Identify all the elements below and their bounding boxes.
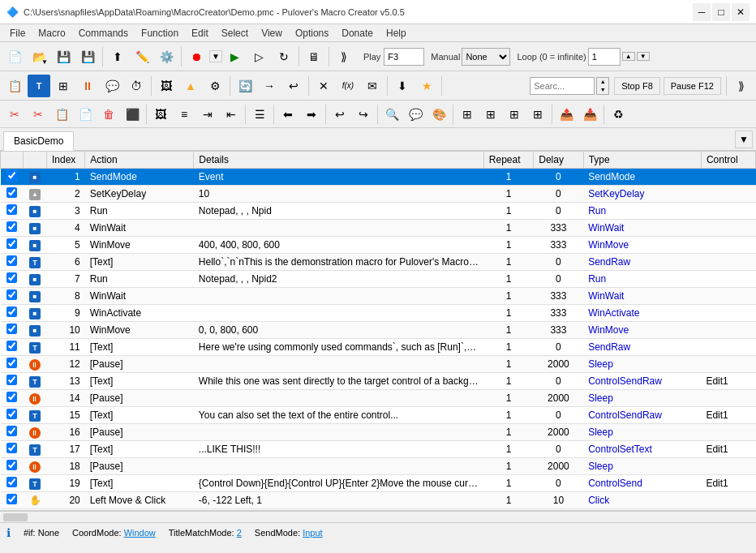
tb3-image2[interactable]: 🖼 [149,103,172,126]
row-checkbox[interactable] [6,392,17,402]
tb2-function-button[interactable]: f(x) [337,75,359,97]
table-row[interactable]: T17[Text]...LIKE THIS!!!10ControlSetText… [1,441,756,458]
row-checkbox[interactable] [6,170,17,181]
tb2-T-button[interactable]: T [28,75,50,97]
table-container[interactable]: Index Action Details Repeat Delay Type C… [0,151,756,511]
row-checkbox[interactable] [6,443,17,453]
table-row[interactable]: ■4WinWait1333WinWait [1,220,756,237]
tb3-export[interactable]: 📤 [555,103,578,126]
tb2-timer-button[interactable]: ⏱ [125,75,148,97]
tb3-copy[interactable]: 📋 [50,103,73,126]
tab-arrow[interactable]: ▼ [735,131,753,148]
coord-mode-value[interactable]: Window [124,528,156,538]
tb2-grid-button[interactable]: ⊞ [52,75,75,97]
screen-capture-button[interactable]: 🖥 [303,45,325,68]
tb3-gallery1[interactable]: ⊞ [456,103,479,126]
minimize-button[interactable]: ─ [693,3,711,21]
record-dropdown[interactable]: ▼ [209,50,222,62]
send-mode-value[interactable]: Input [303,528,322,538]
tb3-recycle[interactable]: ♻ [607,103,629,126]
tb3-import[interactable]: 📥 [578,103,601,126]
record-button[interactable]: ⏺ [185,45,208,68]
th-repeat[interactable]: Repeat [483,152,533,169]
row-checkbox[interactable] [6,375,17,385]
new-button[interactable]: 📄 [3,45,26,68]
th-delay[interactable]: Delay [534,152,583,169]
row-checkbox[interactable] [6,460,17,470]
tb2-image-button[interactable]: 🖼 [155,75,178,97]
tb2-x-button[interactable]: ✕ [312,75,335,97]
table-row[interactable]: T19[Text]{Control Down}{End}{Control UP}… [1,475,756,492]
tb3-redo[interactable]: ↪ [352,103,375,126]
row-checkbox[interactable] [6,187,17,198]
row-checkbox[interactable] [6,358,17,368]
table-row[interactable]: ■8WinWait1333WinWait [1,288,756,305]
tb3-align-left[interactable]: ⬅ [277,103,299,126]
tb3-align[interactable]: ≡ [173,103,195,126]
tb3-list[interactable]: ☰ [248,103,271,126]
menu-select[interactable]: Select [215,26,255,41]
row-checkbox[interactable] [6,324,17,334]
row-checkbox[interactable] [6,221,17,232]
tb2-gear-button[interactable]: ⚙ [204,75,226,97]
menu-macro[interactable]: Macro [32,26,71,41]
menu-edit[interactable]: Edit [185,26,215,41]
tb3-indent[interactable]: ⇥ [196,103,219,126]
row-checkbox[interactable] [6,409,17,419]
horizontal-scrollbar[interactable] [0,511,756,522]
expand2-button[interactable]: ⟫ [730,75,753,97]
th-type[interactable]: Type [583,152,701,169]
save-as-button[interactable]: 💾 [76,45,99,68]
tb2-download-button[interactable]: ⬇ [391,75,414,97]
expand-button[interactable]: ⟫ [333,45,355,68]
play-hotkey-input[interactable] [384,48,424,66]
table-row[interactable]: T11[Text]Here we're using commonly used … [1,339,756,356]
tb3-color[interactable]: 🎨 [427,103,450,126]
tb3-gallery2[interactable]: ⊞ [479,103,502,126]
manual-select[interactable]: None [462,48,510,66]
menu-file[interactable]: File [3,26,32,41]
menu-function[interactable]: Function [135,26,185,41]
tb3-gallery4[interactable]: ⊞ [526,103,549,126]
th-control[interactable]: Control [701,152,755,169]
menu-help[interactable]: Help [380,26,413,41]
menu-donate[interactable]: Donate [335,26,380,41]
table-row[interactable]: T6[Text]Hello`,`n`nThis is the demonstra… [1,254,756,271]
row-checkbox[interactable] [6,477,17,487]
table-row[interactable]: ▲2SetKeyDelay1010SetKeyDelay [1,186,756,203]
tb2-speech-button[interactable]: 💬 [101,75,123,97]
tb2-btn1[interactable]: 📋 [3,75,26,97]
row-checkbox[interactable] [6,307,17,317]
tb3-unindent[interactable]: ⇤ [220,103,243,126]
move-up-button[interactable]: ⬆ [106,45,129,68]
table-row[interactable]: ■5WinMove400, 400, 800, 6001333WinMove [1,237,756,254]
menu-view[interactable]: View [255,26,289,41]
tb3-undo[interactable]: ↩ [329,103,351,126]
h-scroll-thumb[interactable] [3,513,28,521]
loop-up[interactable]: ▲ [622,52,635,61]
tb3-paste[interactable]: 📄 [74,103,97,126]
th-index[interactable]: Index [46,152,84,169]
row-checkbox[interactable] [6,341,17,351]
tb2-undo-button[interactable]: ↩ [282,75,305,97]
row-checkbox[interactable] [6,238,17,249]
table-row[interactable]: ✋20Left Move & Click-6, -122 Left, 1110C… [1,492,756,509]
row-checkbox[interactable] [6,255,17,266]
loop-down[interactable]: ▼ [637,52,650,61]
table-row[interactable]: T13[Text]While this one was sent directl… [1,373,756,390]
table-row[interactable]: ■7RunNotepad, , , Npid210Run [1,271,756,288]
close-button[interactable]: ✕ [732,3,750,21]
menu-commands[interactable]: Commands [72,26,135,41]
row-checkbox[interactable] [6,272,17,283]
tb2-mail-button[interactable]: ✉ [361,75,384,97]
open-button[interactable]: 📂▼ [28,45,50,68]
tb2-star-button[interactable]: ★ [415,75,438,97]
title-bar-controls[interactable]: ─ □ ✕ [693,3,750,21]
table-row[interactable]: ■1SendModeEvent10SendMode [1,169,756,186]
stop-button[interactable]: Stop F8 [614,77,660,95]
row-checkbox[interactable] [6,494,17,504]
tb3-cut-x[interactable]: ✂ [27,103,49,126]
table-row[interactable]: ⏸12[Pause]12000Sleep [1,356,756,373]
search-input[interactable] [530,77,595,95]
tb2-arrow-button[interactable]: → [258,75,281,97]
